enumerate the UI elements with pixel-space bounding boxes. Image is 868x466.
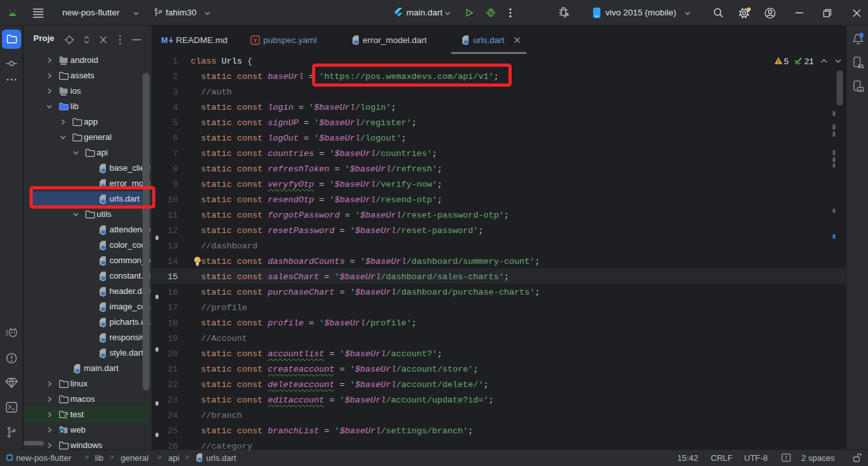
svg-text:Y: Y bbox=[253, 37, 257, 44]
svg-text:M: M bbox=[161, 36, 168, 44]
